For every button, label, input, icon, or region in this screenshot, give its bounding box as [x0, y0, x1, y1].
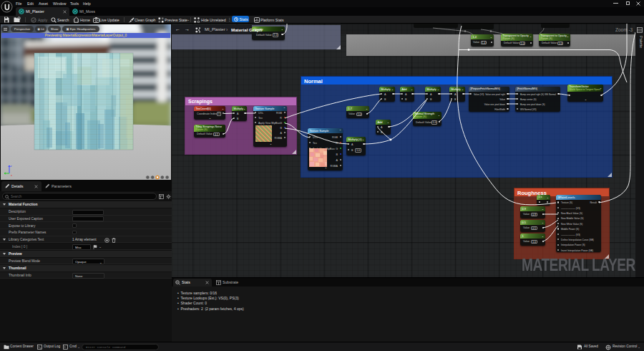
svg-text:z: z: [11, 164, 12, 168]
svg-text:x: x: [11, 173, 12, 177]
